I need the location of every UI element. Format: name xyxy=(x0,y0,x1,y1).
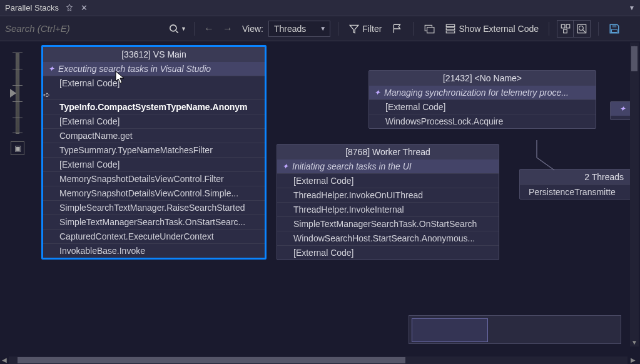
titlebar: Parallel Stacks ✕ ▼ xyxy=(0,0,640,16)
pin-icon[interactable] xyxy=(65,4,74,13)
show-external-code-button[interactable]: Show External Code xyxy=(442,20,541,38)
scroll-left-icon[interactable]: ◀ xyxy=(0,356,9,363)
ai-sparkle-icon: ✦ xyxy=(282,162,288,171)
filter-icon xyxy=(348,23,360,34)
filter-label: Filter xyxy=(362,24,382,34)
stack-frame[interactable]: SimpleTextManagerSearchTask.OnStartSearc… xyxy=(277,216,499,231)
svg-rect-13 xyxy=(612,24,617,28)
svg-rect-9 xyxy=(563,29,567,33)
view-select-value: Threads xyxy=(274,24,306,34)
search-icon[interactable]: ▼ xyxy=(168,23,186,34)
thread-summary: ✦ Managing synchronization for telemetry… xyxy=(369,86,596,99)
stack-frame[interactable]: PersistenceTransmitte xyxy=(520,185,631,199)
stack-frame[interactable]: TypeSummary.TypeNameMatchesFilter xyxy=(43,143,265,157)
toolbar: ▼ ← → View: Threads ▼ Filter Show Extern… xyxy=(0,16,640,41)
chevron-down-icon: ▼ xyxy=(320,25,326,32)
stack-frame[interactable]: SimpleSearchTextManager.RaiseSearchStart… xyxy=(43,200,265,215)
stack-frame[interactable]: CompactName.get xyxy=(43,128,265,143)
nav-back-icon[interactable]: ← xyxy=(202,22,216,36)
stack-frame[interactable]: [External Code] xyxy=(43,157,265,171)
ai-sparkle-icon: ✦ xyxy=(619,104,626,113)
stack-frame-current[interactable]: TypeInfo.CompactSystemTypeName.Anonym xyxy=(43,99,265,114)
svg-rect-7 xyxy=(561,24,565,28)
stacks-canvas[interactable]: ▣ [33612] VS Main ✦ Executing search tas… xyxy=(0,41,640,355)
thread-summary-text: Executing search tasks in Visual Studio xyxy=(58,64,211,74)
thread-block-vs-main[interactable]: [33612] VS Main ✦ Executing search tasks… xyxy=(41,45,267,260)
stack-frame[interactable]: WindowSearchHost.StartSearch.Anonymous..… xyxy=(277,231,499,245)
thread-block-worker[interactable]: [8768] Worker Thread ✦ Initiating search… xyxy=(277,144,499,260)
svg-point-0 xyxy=(170,24,176,31)
stack-frame[interactable]: SimpleTextManagerSearchTask.OnStartSearc… xyxy=(43,215,265,229)
svg-rect-3 xyxy=(427,27,434,33)
zoom-slider[interactable]: ▣ xyxy=(9,45,25,170)
stack-icon xyxy=(445,23,456,34)
view-select[interactable]: Threads ▼ xyxy=(268,21,330,37)
filter-button[interactable]: Filter xyxy=(346,20,384,38)
stack-frame[interactable]: MemorySnapshotDetailsViewControl.Simple.… xyxy=(43,186,265,200)
stack-frame[interactable]: [External Code] xyxy=(43,76,265,90)
thread-summary-text: Managing synchronization for telemetry p… xyxy=(384,88,569,98)
save-icon[interactable] xyxy=(606,21,622,37)
current-frame-arrow-icon: ➪ xyxy=(43,90,50,99)
thread-block-no-name[interactable]: [21432] <No Name> ✦ Managing synchroniza… xyxy=(368,70,596,129)
thread-summary: ✦ Initiating search tasks in the UI xyxy=(277,159,499,173)
stack-frame[interactable]: MemorySnapshotDetailsViewControl.Filter xyxy=(43,171,265,186)
window-title: Parallel Stacks xyxy=(5,3,59,13)
svg-rect-14 xyxy=(612,29,617,33)
scrollbar-thumb[interactable] xyxy=(631,46,637,71)
svg-line-11 xyxy=(582,29,586,33)
zoom-fit-icon[interactable]: ▣ xyxy=(11,141,24,155)
thread-header: 2 Threads xyxy=(520,169,631,185)
minimap[interactable] xyxy=(409,315,621,344)
view-label: View: xyxy=(242,24,263,34)
layout-method-icon[interactable] xyxy=(574,21,590,37)
thread-header: [8768] Worker Thread xyxy=(277,144,499,159)
zoom-thumb-icon[interactable] xyxy=(10,89,16,98)
search-input[interactable] xyxy=(5,21,168,36)
svg-line-1 xyxy=(176,31,178,33)
layout-threads-icon[interactable] xyxy=(557,21,574,37)
stack-frame[interactable]: [External Code] xyxy=(277,245,499,260)
stack-frame[interactable]: CapturedContext.ExecuteUnderContext xyxy=(43,229,265,243)
svg-rect-6 xyxy=(447,31,455,33)
thread-summary: ✦ Executing search tasks in Visual Studi… xyxy=(43,62,265,76)
thread-header: [21432] <No Name> xyxy=(369,71,596,86)
stack-frame[interactable]: [External Code] xyxy=(369,99,596,114)
thread-summary-text: Initiating search tasks in the UI xyxy=(292,161,412,171)
separator xyxy=(338,22,338,36)
stack-frame[interactable]: InvokableBase.Invoke xyxy=(43,243,265,258)
svg-rect-5 xyxy=(447,28,455,29)
ai-sparkle-icon: ✦ xyxy=(374,88,380,97)
scrollbar-thumb[interactable] xyxy=(18,357,405,363)
stack-frame[interactable]: ThreadHelper.InvokeInternal xyxy=(277,202,499,216)
connector-line xyxy=(499,139,556,173)
vertical-scrollbar[interactable]: ▲ ▼ xyxy=(630,43,639,346)
thread-block-two-threads[interactable]: 2 Threads PersistenceTransmitte xyxy=(519,169,632,200)
show-external-code-label: Show External Code xyxy=(459,24,539,34)
svg-rect-8 xyxy=(566,24,570,28)
ai-sparkle-icon: ✦ xyxy=(48,64,54,73)
layout-mode-group xyxy=(557,20,591,38)
separator xyxy=(549,22,549,36)
nav-forward-icon[interactable]: → xyxy=(221,22,235,36)
scroll-right-icon[interactable]: ▶ xyxy=(629,356,637,363)
window-options-icon[interactable]: ▼ xyxy=(629,4,635,11)
stack-frame[interactable]: [External Code] xyxy=(277,173,499,188)
svg-rect-4 xyxy=(447,24,455,26)
stack-frame[interactable]: WindowsProcessLock.Acquire xyxy=(369,114,596,128)
separator xyxy=(413,22,414,36)
separator xyxy=(598,22,599,36)
frames-icon[interactable] xyxy=(421,21,437,37)
stack-frame[interactable]: [External Code] xyxy=(43,114,265,128)
separator xyxy=(194,22,195,36)
horizontal-scrollbar[interactable]: ◀ ▶ xyxy=(0,355,640,364)
scroll-down-icon[interactable]: ▼ xyxy=(630,338,639,346)
flag-icon[interactable] xyxy=(389,21,405,37)
close-icon[interactable]: ✕ xyxy=(80,4,89,13)
thread-header: [33612] VS Main xyxy=(43,47,265,62)
stack-frame[interactable]: ThreadHelper.InvokeOnUIThread xyxy=(277,188,499,202)
search-box[interactable]: ▼ xyxy=(5,21,186,36)
